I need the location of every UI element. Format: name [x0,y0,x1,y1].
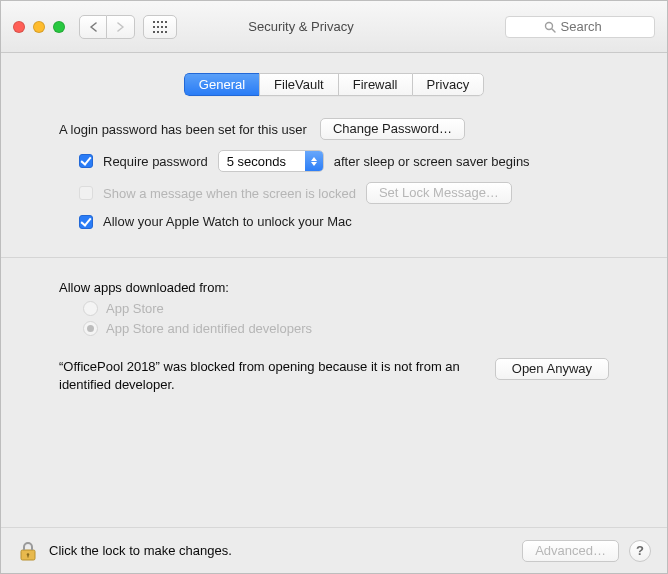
divider [1,257,667,258]
show-message-label: Show a message when the screen is locked [103,186,356,201]
after-sleep-label: after sleep or screen saver begins [334,154,530,169]
gatekeeper-section: Allow apps downloaded from: App Store Ap… [25,280,643,393]
apple-watch-label: Allow your Apple Watch to unlock your Ma… [103,214,352,229]
radio-identified-developers [83,321,98,336]
gatekeeper-heading: Allow apps downloaded from: [59,280,609,295]
radio-app-store [83,301,98,316]
apple-watch-checkbox[interactable] [79,215,93,229]
radio-app-store-label: App Store [106,301,164,316]
tab-general[interactable]: General [184,73,259,96]
tabs: General FileVault Firewall Privacy [25,73,643,96]
open-anyway-button[interactable]: Open Anyway [495,358,609,380]
blocked-app-message: “OfficePool 2018” was blocked from openi… [59,358,477,393]
require-password-delay-value: 5 seconds [227,154,299,169]
minimize-icon[interactable] [33,21,45,33]
require-password-delay-popup[interactable]: 5 seconds [218,150,324,172]
radio-identified-developers-label: App Store and identified developers [106,321,312,336]
login-password-section: A login password has been set for this u… [25,118,643,229]
tab-privacy[interactable]: Privacy [412,73,485,96]
traffic-lights [13,21,65,33]
back-button[interactable] [79,15,107,39]
require-password-checkbox[interactable] [79,154,93,168]
close-icon[interactable] [13,21,25,33]
search-input[interactable] [561,19,617,34]
window-title: Security & Privacy [105,19,497,34]
svg-rect-16 [27,554,28,557]
footer: Click the lock to make changes. Advanced… [1,527,667,573]
question-mark-icon: ? [636,543,644,558]
titlebar: Security & Privacy [1,1,667,53]
change-password-button[interactable]: Change Password… [320,118,465,140]
system-preferences-window: Security & Privacy General FileVault Fir… [0,0,668,574]
lock-hint-label: Click the lock to make changes. [49,543,232,558]
svg-point-12 [545,22,552,29]
pane-body: General FileVault Firewall Privacy A log… [1,53,667,527]
advanced-button[interactable]: Advanced… [522,540,619,562]
tab-filevault[interactable]: FileVault [259,73,338,96]
search-icon [544,21,556,33]
stepper-icon [305,150,323,172]
tab-firewall[interactable]: Firewall [338,73,412,96]
zoom-icon[interactable] [53,21,65,33]
search-field[interactable] [505,16,655,38]
password-set-label: A login password has been set for this u… [59,122,307,137]
help-button[interactable]: ? [629,540,651,562]
lock-icon[interactable] [17,540,39,562]
show-message-checkbox[interactable] [79,186,93,200]
set-lock-message-button: Set Lock Message… [366,182,512,204]
svg-line-13 [552,29,555,32]
require-password-label: Require password [103,154,208,169]
